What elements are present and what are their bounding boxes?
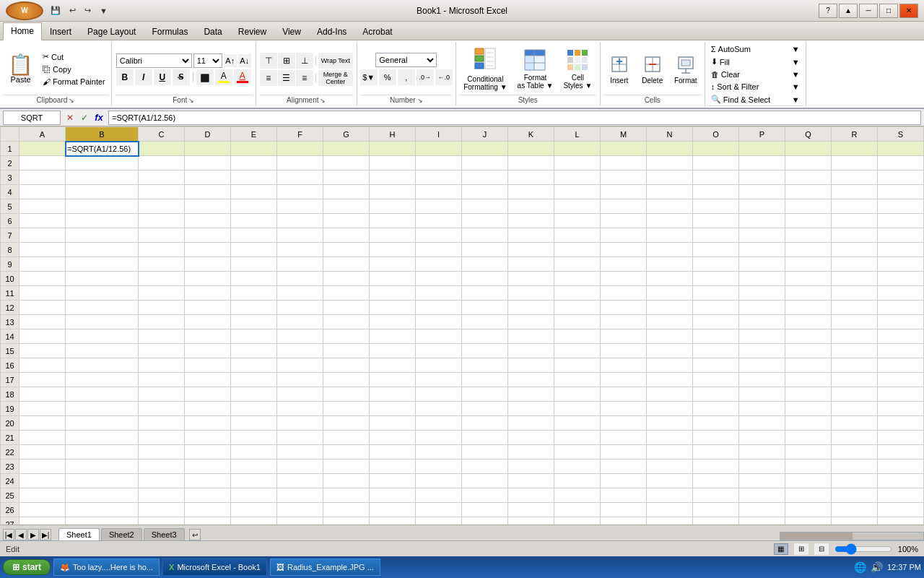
cell-G8[interactable] [323,243,370,257]
cell-O17[interactable] [693,373,739,387]
cell-J3[interactable] [462,171,508,185]
cell-K24[interactable] [508,474,554,488]
cell-R11[interactable] [832,286,878,301]
cell-A2[interactable] [19,156,66,171]
row-header-14[interactable]: 14 [1,329,19,344]
cell-Q18[interactable] [785,387,832,402]
cell-S11[interactable] [878,286,924,301]
cell-H7[interactable] [370,228,416,243]
cell-N9[interactable] [647,257,693,272]
cell-J21[interactable] [462,431,508,445]
cell-R16[interactable] [832,358,878,373]
cell-O11[interactable] [693,286,739,301]
cell-D22[interactable] [185,445,231,460]
cell-F26[interactable] [277,503,323,517]
cell-K7[interactable] [508,228,554,243]
cell-J7[interactable] [462,228,508,243]
cell-Q17[interactable] [785,373,832,387]
cell-D15[interactable] [185,344,231,358]
cell-E6[interactable] [231,214,277,228]
sheet-prev-btn[interactable]: ◀ [15,529,27,540]
font-size-select[interactable]: 11 [193,53,222,68]
cell-N17[interactable] [647,373,693,387]
cell-J19[interactable] [462,402,508,416]
cell-M15[interactable] [601,344,647,358]
cell-A26[interactable] [19,503,66,517]
col-header-S[interactable]: S [878,127,924,142]
cell-J18[interactable] [462,387,508,402]
cell-I7[interactable] [416,228,462,243]
cell-J25[interactable] [462,488,508,503]
cell-F9[interactable] [277,257,323,272]
cell-H9[interactable] [370,257,416,272]
cell-K1[interactable] [508,142,554,156]
cell-S13[interactable] [878,315,924,329]
cell-M18[interactable] [601,387,647,402]
cell-P4[interactable] [739,185,785,199]
cell-N2[interactable] [647,156,693,171]
cell-D20[interactable] [185,416,231,431]
insert-function-btn[interactable]: fx [92,111,105,124]
cell-F24[interactable] [277,474,323,488]
sheet-tab-3[interactable]: Sheet3 [144,528,185,540]
bold-button[interactable]: B [116,69,134,85]
grid-container[interactable]: A B C D E F G H I J K L [0,126,924,525]
cell-B9[interactable] [66,257,139,272]
office-logo[interactable]: W [6,1,43,20]
cell-Q4[interactable] [785,185,832,199]
row-header-21[interactable]: 21 [1,431,19,445]
formula-input[interactable]: =SQRT(A1/12.56) [108,111,921,125]
tab-formulas[interactable]: Formulas [144,23,196,40]
cell-A22[interactable] [19,445,66,460]
cell-M12[interactable] [601,301,647,315]
cell-I3[interactable] [416,171,462,185]
cell-N16[interactable] [647,358,693,373]
cell-Q14[interactable] [785,329,832,344]
cell-C15[interactable] [139,344,185,358]
insert-btn[interactable]: Insert [603,52,635,87]
cell-C20[interactable] [139,416,185,431]
col-header-K[interactable]: K [508,127,554,142]
cut-button[interactable]: ✂ Cut [40,51,108,63]
cell-L17[interactable] [554,373,601,387]
cell-A7[interactable] [19,228,66,243]
cell-Q12[interactable] [785,301,832,315]
cell-F23[interactable] [277,460,323,474]
cell-E1[interactable] [231,142,277,156]
cell-J10[interactable] [462,272,508,286]
cell-K18[interactable] [508,387,554,402]
cell-C2[interactable] [139,156,185,171]
cell-A27[interactable] [19,517,66,525]
cell-C24[interactable] [139,474,185,488]
cell-L26[interactable] [554,503,601,517]
tab-page-layout[interactable]: Page Layout [79,23,144,40]
cell-L2[interactable] [554,156,601,171]
cell-L23[interactable] [554,460,601,474]
cell-E17[interactable] [231,373,277,387]
cell-C17[interactable] [139,373,185,387]
cell-K5[interactable] [508,199,554,214]
merge-center-btn[interactable]: Merge & Center [318,70,353,86]
cell-D5[interactable] [185,199,231,214]
cell-O5[interactable] [693,199,739,214]
row-header-19[interactable]: 19 [1,402,19,416]
cell-B2[interactable] [66,156,139,171]
cell-Q2[interactable] [785,156,832,171]
row-header-22[interactable]: 22 [1,445,19,460]
cell-A12[interactable] [19,301,66,315]
cell-P27[interactable] [739,517,785,525]
cell-A6[interactable] [19,214,66,228]
cell-B18[interactable] [66,387,139,402]
cell-B1[interactable]: =SQRT(A1/12.56) [66,142,139,156]
cell-P8[interactable] [739,243,785,257]
cell-N6[interactable] [647,214,693,228]
cell-H5[interactable] [370,199,416,214]
cancel-formula-btn[interactable]: ✕ [64,111,77,124]
cell-C16[interactable] [139,358,185,373]
cell-C1[interactable] [139,142,185,156]
cell-O2[interactable] [693,156,739,171]
cell-O6[interactable] [693,214,739,228]
cell-O15[interactable] [693,344,739,358]
cell-B14[interactable] [66,329,139,344]
cell-styles-btn[interactable]: CellStyles ▼ [559,46,596,92]
